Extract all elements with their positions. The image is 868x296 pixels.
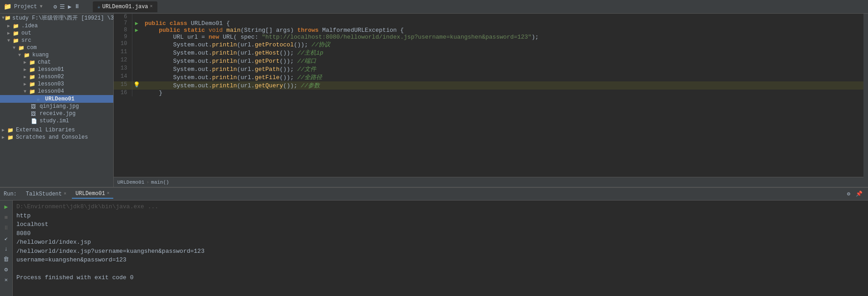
run-panel-settings: ⚙ 📌 (845, 190, 864, 198)
tree-label-idea: .idea (21, 23, 38, 29)
tree-arrow-lesson01: ▶ (24, 67, 29, 72)
run-tab-urldemo01-close[interactable]: × (107, 191, 110, 196)
run-settings-btn[interactable]: ⚙ (2, 265, 11, 274)
tree-arrow-chat: ▶ (24, 60, 29, 65)
code-line-8: 8 ▶ public static void main(String[] arg… (114, 27, 863, 34)
run-step-btn[interactable]: ↙ (2, 234, 11, 243)
console-output: D:\Environment\jdk8\jdk\bin\java.exe ...… (13, 201, 868, 296)
lightbulb-icon-15[interactable]: 💡 (133, 82, 140, 88)
line-num-6: 6 (114, 14, 132, 20)
tree-item-receive[interactable]: 🖼 receive.jpg (0, 110, 113, 117)
run-panel: Run: TalkStudent × URLDemo01 × ⚙ 📌 ▶ ■ ⏸… (0, 187, 868, 296)
run-pause-btn: ⏸ (2, 223, 11, 232)
folder-icon-src: 📁 (13, 38, 20, 44)
tab-urldemo01[interactable]: ☕ URLDemo01.java × (93, 1, 157, 12)
settings-icon[interactable]: ⚙ (845, 190, 852, 198)
tree-item-lesson02[interactable]: ▶ 📁 lesson02 (0, 73, 113, 80)
run-rerun-btn[interactable]: ▶ (2, 202, 11, 211)
line-content-8: public static void main(String[] args) t… (141, 27, 863, 34)
run-stop-btn[interactable]: ■ (2, 213, 11, 222)
tab-java-icon: ☕ (97, 4, 101, 10)
tree-arrow-scratches: ▶ (2, 135, 7, 140)
code-table: 6 7 ▶ public class URLDemo01 { 8 (114, 14, 863, 96)
action-icon-4[interactable]: ⏸ (74, 3, 80, 10)
pin-icon[interactable]: 📌 (854, 190, 864, 198)
run-tab-talkstudent-close[interactable]: × (64, 191, 66, 196)
line-content-11: System.out.println(url.getHost()); //主机i… (141, 49, 863, 57)
tree-item-scratches[interactable]: ▶ 📁 Scratches and Consoles (0, 134, 113, 141)
top-bar: 📁 Project ▼ ⚙ ☰ ▶ ⏸ ☕ URLDemo01.java × (0, 0, 868, 14)
tree-label-extlibs: External Libraries (16, 127, 75, 133)
tree-item-com[interactable]: ▼ 📁 com (0, 44, 113, 51)
run-toolbar: ▶ ■ ⏸ ↙ ↓ 🗑 ⚙ × (0, 201, 13, 296)
breadcrumb-part1: URLDemo01 (117, 180, 144, 185)
tree-arrow-extlibs: ▶ (2, 127, 7, 133)
top-actions: ⚙ ☰ ▶ ⏸ (53, 3, 80, 10)
project-header: 📁 Project ▼ (4, 3, 42, 10)
tree-item-chat[interactable]: ▶ 📁 chat (0, 59, 113, 66)
line-content-12: System.out.println(url.getPort()); //端口 (141, 57, 863, 65)
run-arrow-7[interactable]: ▶ (135, 20, 138, 27)
tree-item-out[interactable]: ▶ 📁 out (0, 30, 113, 37)
folder-icon-out: 📁 (13, 30, 20, 36)
run-arrow-8[interactable]: ▶ (135, 27, 138, 34)
folder-icon-scratches: 📁 (7, 135, 15, 140)
editor-area: 6 7 ▶ public class URLDemo01 { 8 (114, 14, 863, 187)
code-editor[interactable]: 6 7 ▶ public class URLDemo01 { 8 (114, 14, 863, 177)
tree-item-extlibs[interactable]: ▶ 📁 External Libraries (0, 126, 113, 134)
tree-item-studyiml[interactable]: 📄 study.iml (0, 117, 113, 125)
tree-label-lesson04: lesson04 (38, 88, 64, 95)
breadcrumb-sep: › (146, 180, 149, 185)
tab-close-btn[interactable]: × (150, 4, 153, 9)
code-line-11: 11 System.out.println(url.getHost()); //… (114, 49, 863, 57)
action-icon-1[interactable]: ⚙ (53, 3, 57, 10)
gutter-8: ▶ (132, 27, 141, 34)
tree-item-kuang[interactable]: ▼ 📁 kuang (0, 51, 113, 59)
run-scrolltoend-btn[interactable]: ↓ (2, 244, 11, 253)
run-tab-talkstudent-label: TalkStudent (26, 191, 62, 197)
tree-item-lesson01[interactable]: ▶ 📁 lesson01 (0, 66, 113, 73)
run-clear-btn[interactable]: 🗑 (2, 255, 11, 264)
gutter-13 (132, 65, 141, 73)
tree-item-qinjiang[interactable]: 🖼 qinjiang.jpg (0, 103, 113, 110)
action-icon-3[interactable]: ▶ (68, 3, 71, 10)
tree-item-lesson04[interactable]: ▼ 📁 lesson04 (0, 88, 113, 95)
line-num-14: 14 (114, 73, 132, 81)
right-gutter (863, 14, 868, 187)
run-close-btn[interactable]: × (2, 276, 11, 285)
main-area: ▼ 📁 study F:\班级管理\西开 [19921] \3. 代码 ▶ 📁 … (0, 14, 868, 187)
tree-item-study[interactable]: ▼ 📁 study F:\班级管理\西开 [19921] \3. 代码 (0, 14, 113, 22)
project-label[interactable]: Project (14, 4, 37, 10)
tree-label-lesson03: lesson03 (38, 81, 64, 87)
gutter-7: ▶ (132, 20, 141, 27)
tree-arrow-com: ▼ (13, 45, 18, 50)
tree-label-src: src (21, 37, 31, 44)
tree-item-idea[interactable]: ▶ 📁 .idea (0, 22, 113, 30)
tree-item-urldemo01[interactable]: ☕ URLDemo01 (0, 95, 113, 103)
tab-filename: URLDemo01.java (102, 4, 148, 10)
tree-item-lesson03[interactable]: ▶ 📁 lesson03 (0, 80, 113, 88)
tree-arrow-src: ▼ (7, 38, 13, 43)
line-content-14: System.out.println(url.getFile()); //全路径 (141, 73, 863, 81)
tree-item-src[interactable]: ▼ 📁 src (0, 37, 113, 44)
tree-label-com: com (27, 45, 37, 51)
tree-label-out: out (21, 30, 31, 36)
xml-icon-studyiml: 📄 (31, 118, 38, 124)
run-tab-talkstudent[interactable]: TalkStudent × (22, 190, 70, 198)
line-content-6 (141, 14, 863, 20)
gutter-9 (132, 34, 141, 40)
line-num-15: 15 (114, 81, 132, 90)
gutter-12 (132, 57, 141, 65)
run-label: Run: (4, 191, 17, 197)
tree-label-lesson01: lesson01 (38, 66, 64, 73)
action-icon-2[interactable]: ☰ (60, 3, 65, 10)
line-content-16: } (141, 90, 863, 96)
folder-icon-lesson01: 📁 (29, 67, 36, 73)
gutter-6 (132, 14, 141, 20)
java-icon-urldemo01: ☕ (36, 95, 44, 102)
gutter-10 (132, 40, 141, 49)
line-num-13: 13 (114, 65, 132, 73)
run-tab-urldemo01[interactable]: URLDemo01 × (72, 190, 113, 199)
code-line-9: 9 URL url = new URL( spec: "http://local… (114, 34, 863, 40)
folder-icon-kuang: 📁 (24, 52, 31, 58)
